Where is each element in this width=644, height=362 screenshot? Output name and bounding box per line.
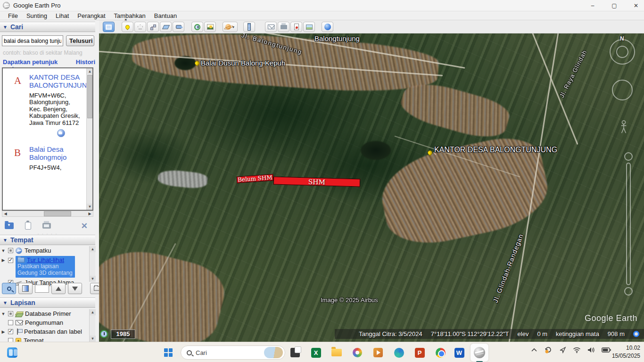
history-year[interactable]: 1985: [111, 329, 135, 339]
checkbox-partial[interactable]: [8, 248, 13, 253]
copy-icon[interactable]: [25, 222, 31, 230]
battery-icon[interactable]: [602, 347, 611, 353]
planets-button[interactable]: ▼: [223, 22, 238, 32]
taskbar-app-chrome[interactable]: [434, 346, 447, 359]
checkbox-unchecked[interactable]: [8, 320, 13, 325]
new-folder-button[interactable]: [90, 283, 99, 294]
hidden-icons-chevron-icon[interactable]: [531, 347, 537, 352]
scrollbar-thumb[interactable]: [44, 211, 71, 216]
add-image-overlay-button[interactable]: [160, 22, 172, 32]
location-icon[interactable]: [559, 346, 566, 354]
pegman-icon[interactable]: [619, 120, 628, 134]
zoom-track[interactable]: [626, 163, 631, 285]
layers-item-label[interactable]: Tempat: [24, 337, 44, 342]
export-image-button[interactable]: [303, 22, 315, 32]
scroll-down-icon[interactable]: ▼: [90, 336, 96, 342]
taskbar-search[interactable]: Cari: [181, 346, 285, 360]
scroll-down-icon[interactable]: ▼: [90, 276, 96, 282]
opacity-button[interactable]: [18, 283, 33, 294]
maximize-button[interactable]: ▢: [610, 2, 619, 9]
taskbar-app-file-explorer[interactable]: [330, 346, 343, 359]
taskbar-app-media-player[interactable]: [372, 346, 385, 359]
save-to-places-icon[interactable]: [5, 222, 14, 229]
widgets-button[interactable]: [6, 346, 19, 359]
taskbar-app-powerpoint[interactable]: P: [413, 346, 426, 359]
email-button[interactable]: [265, 22, 277, 32]
ruler-button[interactable]: [243, 22, 255, 32]
checkbox-checked[interactable]: [8, 329, 13, 334]
layers-scrollbar[interactable]: ▲ ▼: [89, 309, 95, 342]
layers-item-database-primer[interactable]: ▼ Database Primer: [1, 309, 89, 318]
minimize-button[interactable]: –: [588, 2, 597, 9]
taskbar-app-word[interactable]: W: [453, 346, 466, 359]
search-result-a[interactable]: A KANTOR DESA BALONGTUNJUNG MFVM+W6C, Ba…: [3, 68, 92, 128]
menu-sunting[interactable]: Sunting: [22, 12, 51, 19]
sidebar-toggle-button[interactable]: [103, 22, 115, 32]
scroll-up-icon[interactable]: ▲: [90, 309, 96, 315]
layers-item-perbatasan[interactable]: ▶ Perbatasan dan label: [1, 327, 89, 336]
taskbar-app-excel[interactable]: X: [309, 346, 322, 359]
wifi-icon[interactable]: [573, 347, 581, 353]
results-vertical-scrollbar[interactable]: ▲ ▼: [86, 68, 92, 210]
result-title[interactable]: Balai Desa Balongmojo: [29, 145, 88, 162]
globe-icon[interactable]: [57, 129, 65, 137]
record-tour-button[interactable]: [173, 22, 184, 32]
expand-arrow-icon[interactable]: ▼: [1, 312, 6, 316]
layers-item-label[interactable]: Database Primer: [25, 310, 71, 317]
places-item-label[interactable]: Tempatku: [25, 247, 51, 254]
scroll-left-icon[interactable]: ◀: [2, 211, 8, 216]
search-panel-header[interactable]: ▼ Cari: [0, 22, 95, 32]
historical-imagery-button[interactable]: [191, 22, 203, 32]
layers-item-pengumuman[interactable]: Pengumuman: [1, 318, 89, 327]
sync-update-icon[interactable]: [544, 346, 553, 354]
checkbox-unchecked[interactable]: [8, 338, 13, 342]
zoom-in-knob[interactable]: [624, 152, 633, 161]
clear-results-icon[interactable]: ✕: [81, 221, 88, 231]
checkbox-checked[interactable]: [8, 258, 13, 263]
move-joystick[interactable]: [612, 80, 633, 100]
layers-item-tempat[interactable]: Tempat: [1, 336, 89, 342]
menu-bantuan[interactable]: Bantuan: [150, 12, 181, 19]
move-down-button[interactable]: [68, 283, 82, 294]
search-input[interactable]: [2, 35, 63, 46]
view-in-google-maps-button[interactable]: [322, 22, 333, 32]
historical-imagery-chip[interactable]: 1985: [100, 329, 135, 339]
places-item-tempatku[interactable]: ▼ Tempatku: [1, 246, 89, 255]
parcel-belum-shm[interactable]: Belum SHM: [237, 174, 274, 183]
add-path-button[interactable]: [147, 22, 159, 32]
move-up-button[interactable]: [51, 283, 66, 294]
add-placemark-button[interactable]: [122, 22, 133, 32]
taskbar-app-google-earth-active[interactable]: [471, 344, 488, 362]
layers-item-label[interactable]: Pengumuman: [25, 319, 63, 326]
look-joystick[interactable]: [616, 46, 628, 58]
print-icon[interactable]: [42, 223, 51, 229]
close-button[interactable]: ✕: [632, 2, 640, 9]
places-panel-header[interactable]: ▼ Tempat: [0, 235, 95, 245]
map-viewport[interactable]: Balongtunjung Jl. Balongtunjung Balai Du…: [99, 33, 644, 342]
search-places-button[interactable]: [2, 283, 16, 294]
result-title[interactable]: KANTOR DESA BALONGTUNJUNG: [29, 73, 88, 90]
checkbox-partial[interactable]: [8, 311, 13, 316]
add-polygon-button[interactable]: [134, 22, 146, 32]
results-horizontal-scrollbar[interactable]: ◀ ▶: [2, 211, 93, 217]
places-filter-box[interactable]: [35, 285, 49, 293]
parcel-shm[interactable]: SHM: [273, 177, 360, 187]
menu-perangkat[interactable]: Perangkat: [73, 12, 109, 19]
menu-tambahkan[interactable]: Tambahkan: [110, 12, 150, 19]
layers-item-label[interactable]: Perbatasan dan label: [24, 328, 82, 335]
taskbar-app-photos[interactable]: [289, 346, 302, 359]
taskbar-app-paint[interactable]: [351, 346, 364, 359]
scrollbar-thumb[interactable]: [87, 75, 92, 118]
start-button[interactable]: [162, 346, 175, 359]
menu-file[interactable]: File: [4, 12, 22, 19]
save-image-button[interactable]: [290, 22, 302, 32]
layers-panel-header[interactable]: ▼ Lapisan: [0, 297, 95, 308]
places-item-label[interactable]: Tur Lihat-lihat: [27, 256, 64, 263]
scroll-up-icon[interactable]: ▲: [90, 246, 96, 252]
taskbar-clock[interactable]: 10.02 15/05/2025: [612, 344, 640, 360]
scroll-down-icon[interactable]: ▼: [87, 204, 93, 210]
expand-arrow-icon[interactable]: ▼: [1, 248, 6, 253]
zoom-slider[interactable]: [625, 152, 632, 296]
history-clock-icon[interactable]: [100, 330, 108, 338]
places-item-tur-lihat-lihat[interactable]: Tur Lihat-lihat Pastikan lapisan Gedung …: [16, 256, 75, 278]
